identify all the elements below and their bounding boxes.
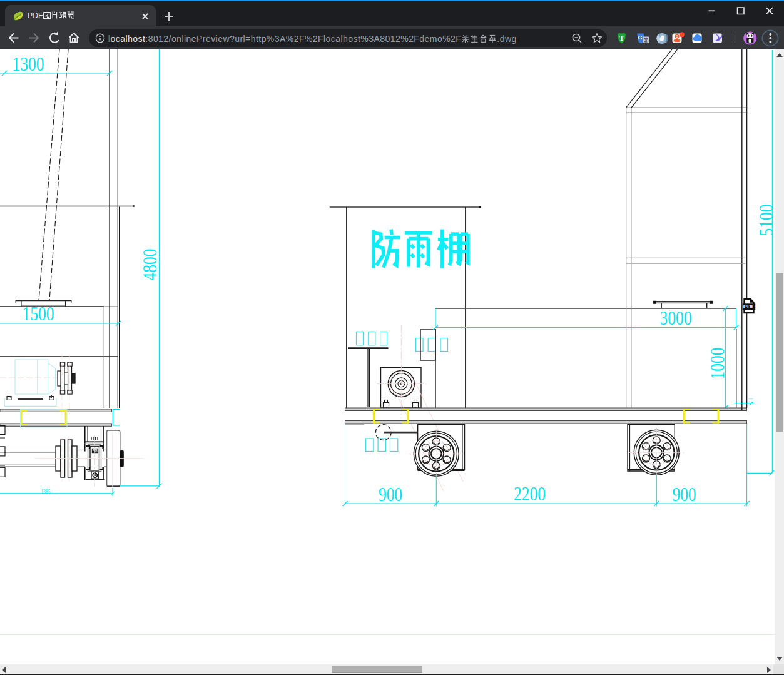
svg-text:1000: 1000	[706, 348, 728, 380]
svg-text:4800: 4800	[140, 249, 161, 281]
svg-text:2200: 2200	[514, 484, 546, 505]
svg-text:1300: 1300	[13, 54, 44, 75]
svg-text:PDF: PDF	[743, 303, 755, 310]
svg-text:G: G	[638, 34, 642, 41]
svg-text:1500: 1500	[23, 303, 54, 325]
svg-text:1385: 1385	[41, 488, 50, 495]
svg-text:5100: 5100	[756, 205, 775, 236]
svg-text:900: 900	[379, 484, 402, 505]
svg-text:T: T	[619, 34, 624, 43]
svg-text:900: 900	[672, 484, 696, 505]
svg-text:3000: 3000	[660, 308, 692, 329]
